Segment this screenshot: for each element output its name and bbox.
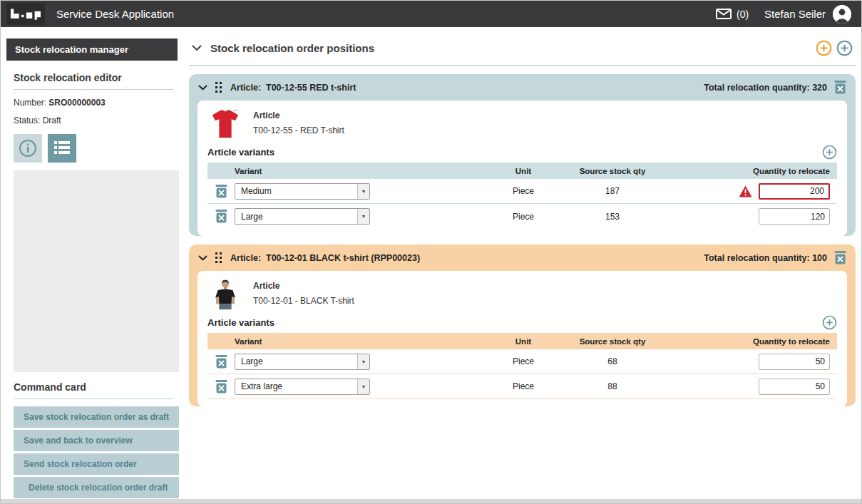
collapse-card-chevron-icon[interactable]	[198, 255, 207, 261]
qty-to-relocate-input[interactable]	[759, 354, 830, 370]
save-back-overview-button[interactable]: Save and back to overview	[14, 430, 179, 451]
variant-row: Large▼ Piece 153	[207, 204, 837, 229]
save-draft-button[interactable]: Save stock relocation order as draft	[14, 406, 179, 428]
delete-variant-button[interactable]	[215, 355, 227, 369]
company-logo-icon	[6, 3, 45, 25]
article-header-title: T00-12-01 BLACK t-shirt (RPP00023)	[266, 253, 420, 263]
section-title: Stock relocation order positions	[210, 42, 374, 54]
delete-draft-button[interactable]: Delete stock relocation order draft	[14, 477, 179, 498]
article-header-label: Article: T00-12-55 RED t-shirt	[230, 83, 356, 93]
user-name: Stefan Seiler	[764, 8, 826, 20]
unit-value: Piece	[491, 381, 555, 391]
order-status-line: Status: Draft	[14, 115, 179, 125]
delete-variant-button[interactable]	[215, 380, 227, 394]
total-value: 320	[812, 83, 827, 93]
variants-table-header: Variant Unit Source stock qty Quantity t…	[207, 333, 837, 349]
topbar: Service Desk Application (0) Stefan Seil…	[1, 1, 861, 27]
position-card-black-tshirt: Article: T00-12-01 BLACK t-shirt (RPP000…	[189, 245, 856, 406]
variants-table: Variant Unit Source stock qty Quantity t…	[207, 333, 837, 399]
trash-icon	[215, 190, 227, 200]
positions-list-button[interactable]	[48, 134, 76, 163]
col-source-qty: Source stock qty	[555, 337, 669, 346]
chevron-down-icon: ▼	[357, 184, 369, 199]
col-source-qty: Source stock qty	[555, 167, 669, 175]
drag-handle-icon[interactable]	[215, 252, 222, 263]
variant-select[interactable]: Extra large▼	[235, 379, 370, 395]
collapse-section-chevron-icon[interactable]	[192, 45, 202, 51]
total-value: 100	[812, 253, 827, 263]
variants-title: Article variants	[207, 317, 274, 328]
position-card-body: Article T00-12-55 - RED T-shirt Article …	[197, 101, 847, 236]
trash-icon	[834, 86, 846, 96]
variant-row: Medium▼ Piece 187	[207, 179, 837, 204]
col-variant: Variant	[235, 337, 491, 346]
position-card-header: Article: T00-12-55 RED t-shirt Total rel…	[189, 74, 856, 101]
chevron-down-icon: ▼	[357, 209, 369, 224]
delete-position-button[interactable]	[834, 81, 846, 94]
position-card-body: Article T00-12-01 - BLACK T-shirt Articl…	[197, 271, 847, 406]
bottom-edge	[1, 499, 861, 503]
info-icon	[19, 139, 37, 158]
mail-button[interactable]: (0)	[716, 9, 749, 20]
source-stock-qty-value: 88	[555, 381, 669, 391]
service-desk-app: Service Desk Application (0) Stefan Seil…	[0, 0, 862, 504]
add-variant-button[interactable]	[822, 145, 837, 160]
total-relocation-qty: Total relocation quantity: 320	[704, 83, 827, 93]
info-button[interactable]	[14, 134, 42, 163]
trash-icon	[215, 360, 227, 371]
add-variant-button[interactable]	[822, 315, 837, 330]
chevron-down-icon: ▼	[357, 354, 369, 369]
status-label: Status:	[14, 115, 40, 125]
circle-plus-teal-icon	[822, 151, 837, 162]
red-tshirt-image	[209, 108, 242, 140]
circle-plus-orange-icon	[816, 48, 832, 58]
source-stock-qty-value: 153	[555, 212, 669, 222]
mail-count: (0)	[737, 9, 749, 20]
variants-table: Variant Unit Source stock qty Quantity t…	[207, 163, 837, 229]
divider	[14, 89, 173, 90]
chevron-down-icon: ▼	[357, 379, 369, 394]
col-qty-relocate: Quantity to relocate	[669, 337, 837, 346]
total-relocation-qty: Total relocation quantity: 100	[704, 253, 827, 263]
unit-value: Piece	[491, 212, 555, 222]
positions-section-header: Stock relocation order positions	[189, 36, 856, 66]
article-field-label: Article	[253, 110, 344, 120]
qty-to-relocate-input[interactable]	[759, 208, 830, 225]
col-unit: Unit	[491, 167, 555, 175]
order-number-line: Number: SRO00000003	[14, 98, 179, 108]
qty-to-relocate-input[interactable]	[759, 379, 830, 395]
number-value: SRO00000003	[48, 98, 105, 108]
article-header-label: Article: T00-12-01 BLACK t-shirt (RPP000…	[230, 253, 420, 263]
warning-icon	[739, 185, 752, 197]
variant-row: Large▼ Piece 68	[207, 349, 837, 374]
col-qty-relocate: Quantity to relocate	[669, 167, 837, 175]
delete-variant-button[interactable]	[215, 210, 227, 223]
avatar[interactable]	[833, 5, 851, 24]
number-label: Number:	[14, 98, 46, 108]
col-variant: Variant	[235, 167, 491, 175]
add-position-teal-button[interactable]	[836, 40, 853, 56]
command-card-title: Command card	[14, 381, 179, 393]
delete-position-button[interactable]	[834, 251, 846, 264]
delete-variant-button[interactable]	[215, 185, 227, 198]
qty-to-relocate-input[interactable]	[759, 183, 830, 200]
unit-value: Piece	[491, 356, 555, 366]
add-position-orange-button[interactable]	[816, 40, 832, 56]
article-full-name: T00-12-01 - BLACK T-shirt	[253, 296, 354, 306]
editor-title: Stock relocation editor	[14, 72, 179, 83]
variant-select[interactable]: Large▼	[235, 354, 370, 370]
drag-handle-icon[interactable]	[215, 82, 222, 93]
sidebar-manager-title: Stock relocation manager	[6, 38, 178, 61]
article-header-title: T00-12-55 RED t-shirt	[266, 83, 356, 93]
article-field-label: Article	[253, 281, 354, 291]
trash-icon	[834, 256, 846, 267]
divider	[14, 398, 173, 399]
sidebar: Stock relocation manager Stock relocatio…	[1, 27, 179, 500]
mail-icon	[716, 9, 732, 19]
black-tshirt-model-image	[209, 278, 242, 311]
variant-select[interactable]: Large▼	[235, 208, 370, 225]
send-order-button[interactable]: Send stock relocation order	[14, 453, 179, 475]
app-title: Service Desk Application	[56, 8, 174, 20]
collapse-card-chevron-icon[interactable]	[198, 85, 207, 91]
variant-select[interactable]: Medium▼	[235, 183, 370, 200]
